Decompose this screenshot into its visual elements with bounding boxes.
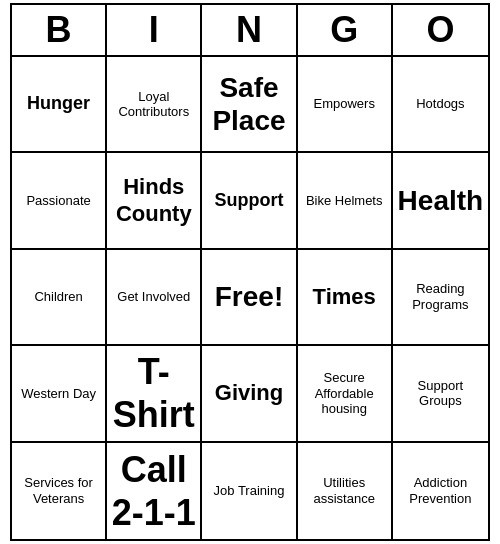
bingo-cell: Addiction Prevention: [393, 443, 488, 539]
bingo-cell: T-Shirt: [107, 346, 202, 442]
bingo-cell: Free!: [202, 250, 297, 346]
bingo-card: BINGO HungerLoyal ContributorsSafe Place…: [10, 3, 490, 541]
bingo-grid: HungerLoyal ContributorsSafe PlaceEmpowe…: [12, 57, 488, 539]
bingo-cell: Hunger: [12, 57, 107, 153]
bingo-letter: B: [12, 5, 107, 55]
bingo-cell: Services for Veterans: [12, 443, 107, 539]
bingo-cell: Support: [202, 153, 297, 249]
bingo-cell: Bike Helmets: [298, 153, 393, 249]
bingo-cell: Reading Programs: [393, 250, 488, 346]
bingo-cell: Hinds County: [107, 153, 202, 249]
bingo-cell: Loyal Contributors: [107, 57, 202, 153]
bingo-cell: Empowers: [298, 57, 393, 153]
bingo-letter: I: [107, 5, 202, 55]
bingo-cell: Giving: [202, 346, 297, 442]
bingo-cell: Call 2-1-1: [107, 443, 202, 539]
bingo-cell: Job Training: [202, 443, 297, 539]
bingo-cell: Hotdogs: [393, 57, 488, 153]
bingo-cell: Children: [12, 250, 107, 346]
bingo-letter: G: [298, 5, 393, 55]
bingo-cell: Passionate: [12, 153, 107, 249]
bingo-header: BINGO: [12, 5, 488, 57]
bingo-cell: Support Groups: [393, 346, 488, 442]
bingo-cell: Get Involved: [107, 250, 202, 346]
bingo-cell: Health: [393, 153, 488, 249]
bingo-letter: N: [202, 5, 297, 55]
bingo-letter: O: [393, 5, 488, 55]
bingo-cell: Utilities assistance: [298, 443, 393, 539]
bingo-cell: Secure Affordable housing: [298, 346, 393, 442]
bingo-cell: Times: [298, 250, 393, 346]
bingo-cell: Western Day: [12, 346, 107, 442]
bingo-cell: Safe Place: [202, 57, 297, 153]
